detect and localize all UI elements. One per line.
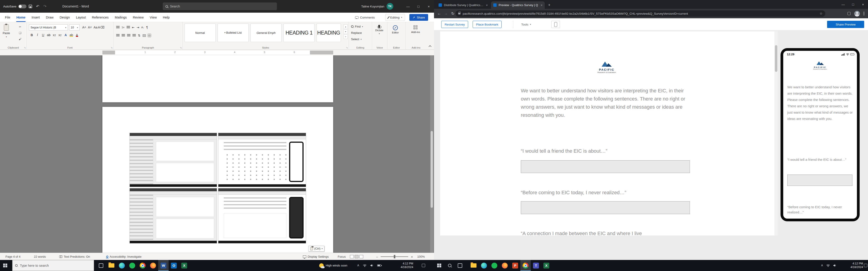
- format-painter-icon[interactable]: 🖌: [18, 37, 23, 41]
- dialog-launcher-icon[interactable]: ↘: [346, 46, 348, 49]
- comments-button[interactable]: Comments: [352, 14, 377, 21]
- align-left-icon[interactable]: [116, 34, 120, 37]
- select-button[interactable]: Select▾: [351, 37, 362, 41]
- paragraph-mark-icon[interactable]: ¶: [146, 24, 148, 30]
- survey-scrollbar[interactable]: [774, 31, 778, 236]
- font-size-select[interactable]: 10 ▾: [69, 24, 80, 31]
- multilevel-list-icon[interactable]: [127, 26, 130, 29]
- font-color-button[interactable]: A: [74, 32, 80, 38]
- edge-icon[interactable]: [479, 260, 489, 271]
- text-predictions-status[interactable]: Text Predictions: On: [59, 253, 90, 260]
- share-button[interactable]: ↗ Share: [409, 14, 428, 21]
- bullets-icon[interactable]: [116, 26, 120, 29]
- maximize-button[interactable]: □: [848, 0, 858, 9]
- restart-survey-button[interactable]: Restart Survey: [441, 21, 468, 28]
- document-scrollbar[interactable]: [430, 55, 433, 253]
- task-view-icon[interactable]: [96, 260, 106, 271]
- print-layout-icon[interactable]: [355, 255, 359, 258]
- tab-view[interactable]: View: [150, 13, 157, 22]
- sort-icon[interactable]: A↓: [141, 24, 144, 30]
- style-heading1[interactable]: HEADING 1: [283, 24, 315, 42]
- back-icon[interactable]: ←: [436, 10, 442, 17]
- editing-mode-button[interactable]: Editing ▾: [385, 14, 405, 21]
- autosave-toggle[interactable]: [18, 4, 26, 8]
- chrome-icon[interactable]: [137, 260, 148, 271]
- collapse-ribbon-icon[interactable]: [429, 45, 432, 48]
- outlook-icon[interactable]: O: [168, 260, 179, 271]
- notification-center-icon[interactable]: [422, 264, 425, 267]
- replace-button[interactable]: Replace: [351, 31, 362, 35]
- cut-icon[interactable]: ✂: [18, 24, 23, 29]
- read-mode-icon[interactable]: [350, 255, 354, 258]
- paste-options-button[interactable]: (Ctrl) ▾: [308, 246, 324, 251]
- change-case-icon[interactable]: Aa: [93, 24, 98, 30]
- file-explorer-icon[interactable]: [106, 260, 117, 271]
- style-normal[interactable]: Normal: [184, 24, 216, 42]
- user-avatar[interactable]: TK: [386, 3, 393, 10]
- battery-icon[interactable]: [377, 265, 381, 267]
- start-button[interactable]: [0, 260, 10, 271]
- edge-icon[interactable]: [117, 260, 127, 271]
- find-button[interactable]: Find▾: [351, 25, 363, 28]
- accessibility-status[interactable]: Accessibility: Investigate: [106, 253, 142, 260]
- text-effects-icon[interactable]: A: [63, 32, 68, 38]
- zoom-out-button[interactable]: –: [376, 253, 378, 260]
- profile-avatar[interactable]: [854, 11, 860, 16]
- style-bulleted-list[interactable]: • Bulleted List: [217, 24, 249, 42]
- superscript-button[interactable]: x2: [57, 32, 63, 38]
- close-button[interactable]: ×: [424, 0, 434, 13]
- embedded-screenshot-3[interactable]: [129, 188, 217, 243]
- tab-close-icon[interactable]: ×: [541, 3, 542, 7]
- styles-more-icon[interactable]: ≡: [344, 34, 348, 39]
- page-indicator[interactable]: Page 4 of 4: [5, 253, 21, 260]
- weather-widget[interactable]: High winds soon: [319, 260, 347, 271]
- taskbar-search-box[interactable]: Type here to search: [12, 260, 94, 271]
- highlight-color-button[interactable]: ab: [68, 32, 74, 38]
- tab-insert[interactable]: Insert: [32, 13, 40, 22]
- spotify-icon[interactable]: [489, 260, 500, 271]
- decrease-indent-icon[interactable]: ⇤: [132, 24, 135, 30]
- styles-up-icon[interactable]: ▴: [344, 24, 348, 29]
- italic-button[interactable]: I: [35, 32, 40, 38]
- answer-input-1[interactable]: [521, 160, 690, 173]
- styles-down-icon[interactable]: ▾: [344, 29, 348, 34]
- justify-icon[interactable]: [132, 34, 136, 37]
- address-bar[interactable]: pacificresearch.qualtrics.com/jfe/previe…: [456, 10, 825, 17]
- paste-button[interactable]: Paste ▾: [3, 24, 10, 38]
- dialog-launcher-icon[interactable]: ↘: [180, 46, 182, 49]
- spotify-icon[interactable]: [127, 260, 137, 271]
- powerpoint-icon[interactable]: P: [510, 260, 520, 271]
- numbering-icon[interactable]: 1≡: [122, 24, 125, 30]
- wifi-icon[interactable]: [826, 264, 830, 267]
- taskbar-clock[interactable]: 4:12 PM 4/16/2024: [392, 262, 413, 269]
- save-icon[interactable]: [29, 5, 32, 8]
- tab-layout[interactable]: Layout: [76, 13, 86, 22]
- search-icon[interactable]: [444, 260, 455, 271]
- word-icon[interactable]: W: [158, 260, 168, 271]
- tab-file[interactable]: File: [5, 13, 10, 22]
- style-general-emph[interactable]: General Emph: [250, 24, 282, 42]
- increase-indent-icon[interactable]: ⇥: [136, 24, 139, 30]
- zoom-slider[interactable]: [381, 253, 408, 260]
- teams-icon[interactable]: T: [531, 260, 541, 271]
- taskbar-clock[interactable]: 4:12 PM 4/16/2024: [846, 262, 863, 269]
- chrome-icon[interactable]: [520, 260, 531, 271]
- answer-input-2[interactable]: [521, 201, 690, 214]
- extensions-icon[interactable]: [847, 12, 850, 15]
- minimize-button[interactable]: —: [838, 0, 848, 9]
- menu-kebab-icon[interactable]: [864, 13, 864, 14]
- strikethrough-button[interactable]: ab: [46, 32, 52, 38]
- tab-review[interactable]: Review: [133, 13, 144, 22]
- bold-button[interactable]: B: [29, 32, 35, 38]
- share-preview-button[interactable]: Share Preview: [827, 21, 864, 28]
- borders-icon[interactable]: [148, 34, 151, 37]
- shading-icon[interactable]: [143, 34, 146, 37]
- tab-mailings[interactable]: Mailings: [115, 13, 127, 22]
- font-name-select[interactable]: Segoe UI Historic (B ▾: [29, 24, 68, 31]
- embedded-screenshot-1[interactable]: [129, 133, 217, 187]
- tab-close-icon[interactable]: ×: [486, 3, 488, 7]
- new-tab-button[interactable]: +: [548, 3, 550, 7]
- embedded-screenshot-4[interactable]: [218, 188, 306, 243]
- firefox-icon[interactable]: [500, 260, 510, 271]
- editor-button[interactable]: Editor: [392, 25, 399, 34]
